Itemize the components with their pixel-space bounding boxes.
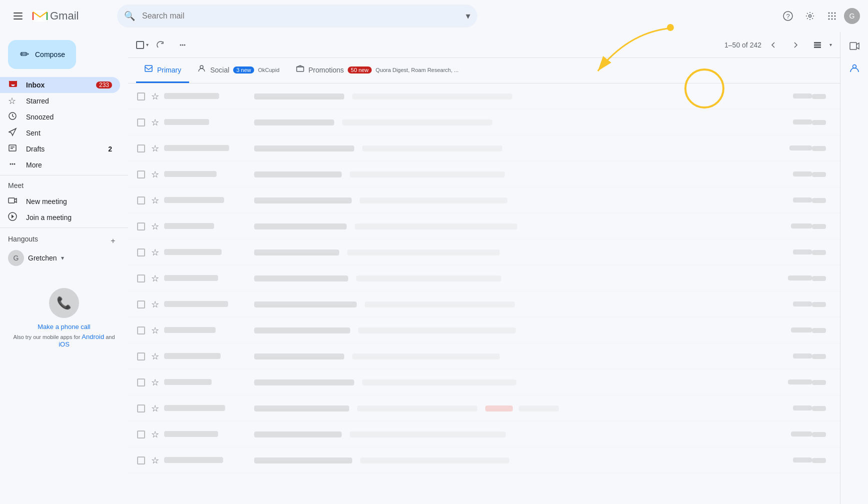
row-star[interactable]: ☆ [150, 118, 160, 128]
sidebar-divider [0, 175, 128, 176]
row-star[interactable]: ☆ [150, 248, 160, 258]
email-row[interactable]: ☆ [128, 136, 840, 162]
row-star[interactable]: ☆ [150, 430, 160, 440]
sidebar-item-snoozed[interactable]: Snoozed [0, 109, 120, 125]
sidebar-item-new-meeting[interactable]: New meeting [0, 194, 120, 210]
row-star[interactable]: ☆ [150, 404, 160, 414]
select-dropdown-arrow[interactable]: ▾ [146, 42, 149, 48]
row-checkbox[interactable] [136, 144, 146, 154]
row-date [772, 301, 812, 308]
row-content [254, 276, 772, 282]
sidebar-item-drafts[interactable]: Drafts 2 [0, 141, 120, 157]
email-row[interactable]: ☆ [128, 292, 840, 318]
email-row[interactable]: ☆ [128, 188, 840, 214]
email-row[interactable]: ☆ [128, 448, 840, 474]
search-input[interactable] [117, 4, 477, 28]
sidebar-item-more[interactable]: More [0, 157, 120, 173]
prev-page-button[interactable] [763, 35, 783, 55]
phone-call-link[interactable]: Make a phone call [38, 323, 91, 330]
phone-section: 📞 Make a phone call Also try our mobile … [0, 280, 128, 356]
hangout-user-name: Gretchen [28, 254, 57, 262]
sidebar-item-sent[interactable]: Sent [0, 125, 120, 141]
row-star[interactable]: ☆ [150, 144, 160, 154]
row-actions [812, 430, 832, 439]
row-checkbox[interactable] [136, 326, 146, 336]
promotions-tab-icon [296, 64, 305, 76]
next-page-button[interactable] [785, 35, 805, 55]
row-checkbox[interactable] [136, 378, 146, 388]
row-checkbox[interactable] [136, 222, 146, 232]
tab-promotions[interactable]: Promotions 50 new Quora Digest, Roam Res… [288, 58, 467, 83]
row-actions [812, 144, 832, 153]
sidebar-item-join-meeting[interactable]: Join a meeting [0, 210, 120, 226]
email-row[interactable]: ☆ [128, 318, 840, 344]
row-checkbox[interactable] [136, 352, 146, 362]
row-sender [164, 430, 254, 438]
row-star[interactable]: ☆ [150, 326, 160, 336]
refresh-button[interactable] [151, 35, 171, 55]
inbox-icon [8, 79, 18, 92]
menu-button[interactable] [8, 6, 28, 26]
panel-meet-button[interactable] [844, 36, 864, 56]
row-checkbox[interactable] [136, 92, 146, 102]
row-star[interactable]: ☆ [150, 378, 160, 388]
view-button[interactable] [807, 35, 827, 55]
row-star[interactable]: ☆ [150, 196, 160, 206]
row-checkbox[interactable] [136, 456, 146, 466]
email-row[interactable]: ☆ [128, 110, 840, 136]
email-row[interactable]: ☆ [128, 422, 840, 448]
row-date [772, 93, 812, 100]
row-star[interactable]: ☆ [150, 300, 160, 310]
email-row[interactable]: ☆ [128, 344, 840, 370]
email-row[interactable]: ☆ [128, 240, 840, 266]
row-checkbox[interactable] [136, 274, 146, 284]
row-sender [164, 196, 254, 204]
email-row[interactable]: ☆ [128, 84, 840, 110]
help-button[interactable]: ? [778, 6, 798, 26]
email-row[interactable]: ☆ [128, 266, 840, 292]
email-row[interactable]: ☆ [128, 162, 840, 188]
avatar[interactable]: G [844, 8, 860, 24]
row-star[interactable]: ☆ [150, 456, 160, 466]
svg-text:?: ? [786, 12, 789, 20]
row-checkbox[interactable] [136, 404, 146, 414]
row-checkbox[interactable] [136, 118, 146, 128]
row-checkbox[interactable] [136, 430, 146, 440]
view-dropdown-arrow[interactable]: ▾ [829, 42, 832, 48]
hangout-user-gretchen[interactable]: G Gretchen ▾ [8, 248, 120, 268]
row-checkbox[interactable] [136, 300, 146, 310]
select-all-checkbox[interactable] [136, 41, 144, 49]
row-star[interactable]: ☆ [150, 92, 160, 102]
row-content [254, 94, 772, 100]
panel-contacts-button[interactable] [844, 58, 864, 78]
row-checkbox[interactable] [136, 170, 146, 180]
row-star[interactable]: ☆ [150, 222, 160, 232]
row-star[interactable]: ☆ [150, 170, 160, 180]
search-filter-icon[interactable]: ▾ [466, 10, 470, 22]
compose-button[interactable]: ✏ Compose [8, 40, 76, 69]
sidebar-item-starred[interactable]: ☆ Starred [0, 93, 120, 109]
row-checkbox[interactable] [136, 248, 146, 258]
apps-button[interactable] [822, 6, 842, 26]
tab-primary[interactable]: Primary [136, 58, 189, 83]
primary-tab-icon [144, 64, 153, 76]
tab-social[interactable]: Social 3 new OkCupid [189, 58, 287, 83]
row-star[interactable]: ☆ [150, 352, 160, 362]
email-row[interactable]: ☆ [128, 214, 840, 240]
svg-point-18 [10, 163, 12, 164]
sidebar-divider2 [0, 228, 128, 228]
row-checkbox[interactable] [136, 196, 146, 206]
row-actions [812, 378, 832, 387]
email-row[interactable]: ☆ [128, 370, 840, 396]
row-star[interactable]: ☆ [150, 274, 160, 284]
more-toolbar-button[interactable] [173, 35, 193, 55]
ios-link[interactable]: iOS [59, 340, 70, 348]
svg-rect-28 [145, 66, 152, 72]
settings-button[interactable] [800, 6, 820, 26]
sidebar-item-inbox[interactable]: Inbox 233 [0, 77, 120, 93]
search-icon[interactable]: 🔍 [124, 10, 135, 22]
content-area: ▾ 1–50 of 242 ▾ [128, 32, 840, 504]
android-link[interactable]: Android [82, 333, 104, 340]
add-hangout-button[interactable]: + [106, 234, 120, 248]
email-row[interactable]: ☆ [128, 396, 840, 422]
